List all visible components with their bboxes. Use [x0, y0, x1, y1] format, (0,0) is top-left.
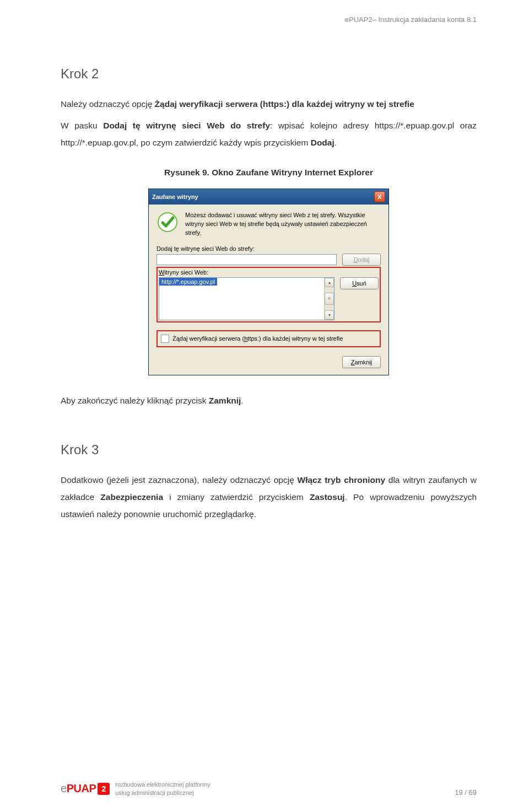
after-b: Zamknij: [209, 396, 241, 405]
add-site-input[interactable]: [156, 254, 337, 265]
list-label-u: W: [159, 269, 164, 276]
add-btn-rest: odaj: [358, 256, 370, 263]
add-site-label: Dodaj tę witrynę sieci Web do strefy:: [156, 245, 381, 252]
scroll-up-icon[interactable]: ▴: [325, 278, 334, 287]
krok2-p2b: Dodaj tę witrynę sieci Web do strefy: [103, 121, 270, 130]
krok2-p2a: W pasku: [61, 121, 103, 130]
scroll-down-icon[interactable]: ▾: [325, 310, 334, 320]
k3-d: Zabezpieczenia: [100, 492, 163, 502]
add-btn-u: D: [354, 256, 358, 263]
list-label-rest: itryny sieci Web:: [164, 269, 208, 276]
k3-f: Zastosuj: [310, 492, 345, 502]
krok2-p2d: Dodaj: [311, 138, 334, 147]
after-a: Aby zakończyć należy kliknąć przycisk: [61, 396, 209, 405]
require-https-checkbox-row[interactable]: Żądaj weryfikacji serwera (https:) dla k…: [156, 330, 381, 347]
add-label-text: Dodaj tę witrynę sieci Web do strefy:: [156, 245, 255, 252]
close-icon[interactable]: X: [374, 191, 385, 202]
remove-btn-u: U: [352, 280, 357, 287]
sites-listbox[interactable]: http://*.epuap.gov.pl ▴ ≡ ▾: [159, 277, 334, 320]
remove-button[interactable]: Usuń: [340, 277, 379, 289]
cb-pre: Żądaj weryfikacji serwera (: [172, 335, 244, 342]
checkmark-icon: [156, 211, 179, 233]
trusted-sites-dialog: Zaufane witryny X Możesz dodawać i usuwa…: [148, 189, 389, 375]
page-number: 19 / 69: [455, 788, 477, 797]
krok2-paragraph1: Należy odznaczyć opcję Żądaj weryfikacji…: [61, 95, 477, 112]
krok2-p1a: Należy odznaczyć opcję: [61, 99, 155, 109]
footer-sub1: rozbudowa elektronicznej platformy: [115, 781, 210, 788]
checkbox-icon[interactable]: [161, 335, 169, 343]
krok2-paragraph2: W pasku Dodaj tę witrynę sieci Web do st…: [61, 117, 477, 151]
sites-list-label: Witryny sieci Web:: [159, 269, 379, 276]
k3-b: Włącz tryb chroniony: [298, 475, 386, 485]
add-button[interactable]: Dodaj: [342, 254, 381, 266]
footer-subtitle: rozbudowa elektronicznej platformy usług…: [115, 781, 210, 797]
remove-btn-rest: suń: [357, 280, 366, 287]
krok2-p1b: Żądaj weryfikacji serwera (https:) dla k…: [155, 99, 414, 109]
after-c: .: [241, 396, 243, 405]
checkbox-label: Żądaj weryfikacji serwera (https:) dla k…: [172, 335, 343, 342]
scrollbar[interactable]: ▴ ≡ ▾: [324, 278, 334, 320]
list-item[interactable]: http://*.epuap.gov.pl: [159, 278, 217, 286]
k3-e: i zmiany zatwierdzić przyciskiem: [163, 492, 310, 502]
header-text: ePUAP2– Instrukcja zakładania konta 8.1: [345, 15, 477, 24]
close-button[interactable]: Zamknij: [342, 356, 381, 368]
epuap-logo: ePUAP2: [61, 782, 110, 795]
logo-badge: 2: [98, 783, 110, 795]
krok3-paragraph: Dodatkowo (jeżeli jest zaznaczona), nale…: [61, 471, 477, 523]
dialog-titlebar[interactable]: Zaufane witryny X: [149, 189, 388, 205]
dialog-title: Zaufane witryny: [152, 193, 198, 200]
krok2-p2e: .: [334, 138, 337, 147]
after-image-text: Aby zakończyć należy kliknąć przycisk Za…: [61, 392, 477, 409]
krok2-title: Krok 2: [61, 66, 477, 82]
k3-a: Dodatkowo (jeżeli jest zaznaczona), nale…: [61, 475, 298, 485]
figure-caption: Rysunek 9. Okno Zaufane Witryny Internet…: [61, 168, 477, 178]
footer-sub2: usług administracji publicznej: [115, 789, 193, 796]
close-btn-rest: amknij: [354, 359, 372, 365]
cb-rest: ttps:) dla każdej witryny w tej strefie: [247, 335, 343, 342]
dialog-infotext: Możesz dodawać i usuwać witryny sieci We…: [185, 211, 381, 238]
krok3-title: Krok 3: [61, 442, 477, 458]
footer: ePUAP2 rozbudowa elektronicznej platform…: [0, 781, 529, 797]
scroll-thumb[interactable]: ≡: [325, 293, 334, 305]
